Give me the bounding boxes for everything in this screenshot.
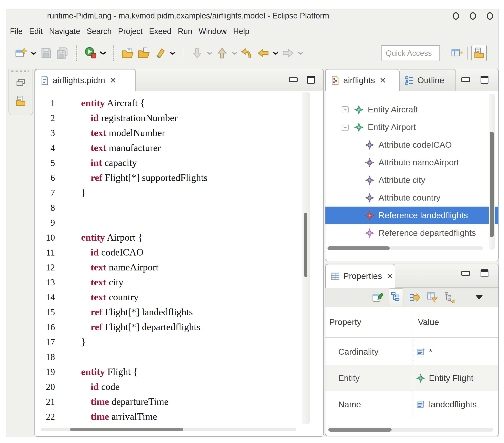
last-edit-location-button-dropdown-icon[interactable] (207, 52, 212, 55)
menu-item-run[interactable]: Run (178, 27, 192, 36)
back-button-dropdown-icon[interactable] (273, 52, 278, 55)
back-button[interactable] (257, 47, 270, 59)
menu-item-help[interactable]: Help (233, 27, 249, 36)
outline-item[interactable]: −Entity Airport (325, 118, 498, 136)
filter-properties-button[interactable] (426, 291, 438, 303)
code-line: 3text modelNumber (35, 125, 323, 140)
menu-item-file[interactable]: File (10, 27, 23, 36)
run-exeed-button[interactable] (84, 47, 97, 59)
menu-item-search[interactable]: Search (87, 27, 112, 36)
back-history-button[interactable] (241, 47, 253, 59)
show-advanced-properties-button[interactable] (409, 291, 421, 303)
code-line: 9 (35, 215, 323, 230)
minimize-button[interactable] (289, 77, 298, 82)
run-exeed-button-dropdown-icon[interactable] (100, 52, 106, 55)
go-into-button-dropdown-icon[interactable] (232, 52, 237, 55)
window-control-maximize-icon[interactable] (470, 12, 476, 20)
new-wizard-button-dropdown-icon[interactable] (31, 52, 36, 55)
restore-view-button[interactable] (15, 77, 27, 89)
identifier: Flight[*] landedflights (103, 306, 193, 317)
save-all-button[interactable] (56, 47, 69, 59)
menu-item-project[interactable]: Project (118, 27, 143, 36)
code-line: 19entity Flight { (35, 364, 323, 379)
outline-item[interactable]: Attribute codeICAO (325, 136, 498, 154)
go-into-button[interactable] (216, 47, 229, 59)
window-title: runtime-PidmLang - ma.kvmod.pidm.example… (47, 11, 329, 20)
outline-item[interactable]: +Entity Aircraft (325, 101, 498, 118)
window-control-minimize-icon[interactable] (453, 12, 459, 20)
line-number: 2 (35, 111, 63, 126)
pin-properties-button[interactable] (372, 291, 383, 303)
keyword: text (91, 262, 107, 272)
tree-expander[interactable]: + (342, 106, 349, 113)
property-value: Entity Flight (413, 373, 473, 383)
minimize-button[interactable] (461, 77, 470, 82)
outline-vertical-scrollbar-thumb[interactable] (490, 132, 494, 237)
open-perspective-button[interactable] (450, 46, 464, 60)
editor-vertical-scrollbar-thumb[interactable] (304, 213, 307, 277)
save-button[interactable] (40, 47, 53, 59)
new-wizard-button[interactable] (15, 47, 28, 59)
last-edit-location-button[interactable] (191, 47, 204, 59)
menu-item-window[interactable]: Window (199, 27, 227, 36)
close-icon[interactable]: ✕ (379, 76, 386, 85)
property-value: * (413, 347, 432, 357)
outline-item[interactable]: Reference landedflights (325, 207, 498, 224)
resource-perspective-button[interactable] (471, 45, 487, 61)
package-explorer-fastview-button[interactable] (15, 95, 27, 107)
outline-item[interactable]: Attribute country (325, 189, 498, 207)
tab-airflights-pidm[interactable]: airflights.pidm ✕ (35, 69, 136, 91)
tree-expander[interactable]: − (342, 124, 349, 131)
property-row[interactable]: Cardinality* (325, 339, 498, 365)
open-project-button[interactable] (138, 47, 150, 59)
maximize-button[interactable] (481, 76, 488, 84)
mark-occurrences-button-dropdown-icon[interactable] (170, 52, 175, 55)
tab-airflights-model[interactable]: airflights ✕ (325, 69, 399, 91)
menu-item-edit[interactable]: Edit (29, 27, 42, 36)
menubar: FileEditNavigateSearchProjectExeedRunWin… (6, 23, 498, 39)
property-row[interactable]: EntityEntity Flight (325, 365, 498, 391)
outline-item-label: Reference departedflights (378, 228, 476, 238)
keyword: entity (81, 366, 105, 377)
editor-horizontal-scrollbar-thumb[interactable] (70, 428, 183, 431)
code-text: entity Airport { (81, 232, 143, 243)
line-number: 18 (35, 350, 63, 365)
code-line: 4text manufacturer (35, 140, 323, 155)
identifier: codeICAO (99, 247, 143, 258)
maximize-button[interactable] (307, 76, 315, 84)
column-header-property[interactable]: Property (329, 307, 361, 337)
forward-button-dropdown-icon[interactable] (298, 52, 303, 55)
property-name: Entity (325, 373, 413, 383)
maximize-button[interactable] (481, 269, 488, 277)
window-control-close-icon[interactable] (487, 12, 493, 20)
identifier: nameAirport (107, 262, 159, 272)
outline-item[interactable]: Attribute nameAirport (325, 154, 498, 171)
column-divider[interactable] (413, 339, 413, 418)
restore-default-value-button[interactable] (444, 291, 456, 303)
code-line: 15ref Flight[*] landedflights (35, 304, 323, 319)
code-text: entity Aircraft { (81, 97, 145, 108)
menu-item-navigate[interactable]: Navigate (49, 27, 80, 36)
fastview-bar-handle[interactable] (11, 71, 29, 72)
property-row[interactable]: Namelandedflights (325, 391, 498, 418)
tab-properties[interactable]: Properties ✕ (325, 264, 395, 288)
properties-horizontal-scrollbar-thumb[interactable] (328, 428, 392, 432)
mark-occurrences-button[interactable] (154, 47, 166, 59)
close-icon[interactable]: ✕ (110, 76, 116, 85)
outline-item-label: Attribute nameAirport (378, 158, 459, 167)
quick-access-input[interactable] (381, 45, 440, 61)
outline-item[interactable]: Reference departedflights (325, 224, 498, 242)
show-categories-button[interactable] (389, 288, 403, 306)
outline-panel: airflights ✕ Outline +Entity Aircraft−En… (325, 69, 499, 261)
view-menu-button[interactable] (473, 291, 485, 303)
menu-item-exeed[interactable]: Exeed (149, 27, 171, 36)
code-editor[interactable]: 1entity Aircraft {2id registrationNumber… (35, 91, 323, 437)
outline-item[interactable]: Attribute city (325, 171, 498, 189)
open-resource-button[interactable] (121, 47, 134, 59)
forward-button[interactable] (282, 47, 294, 59)
tab-outline[interactable]: Outline (399, 69, 456, 91)
minimize-button[interactable] (461, 271, 470, 276)
column-header-value[interactable]: Value (418, 307, 439, 337)
close-icon[interactable]: ✕ (387, 272, 393, 281)
outline-horizontal-scrollbar-thumb[interactable] (327, 246, 390, 250)
